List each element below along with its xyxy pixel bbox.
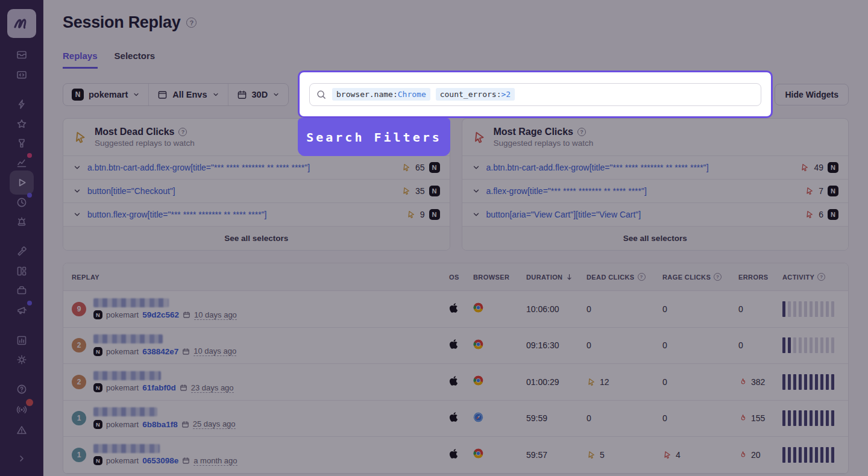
search-filter-spotlight: browser.name:Chrome count_errors:>2 <box>298 70 773 118</box>
filter-token-browser[interactable]: browser.name:Chrome <box>332 88 430 101</box>
search-filters-tooltip: Search Filters <box>298 118 450 156</box>
search-filters-input[interactable]: browser.name:Chrome count_errors:>2 <box>309 83 761 106</box>
filter-token-errors[interactable]: count_errors:>2 <box>436 88 515 101</box>
search-icon <box>316 89 327 100</box>
